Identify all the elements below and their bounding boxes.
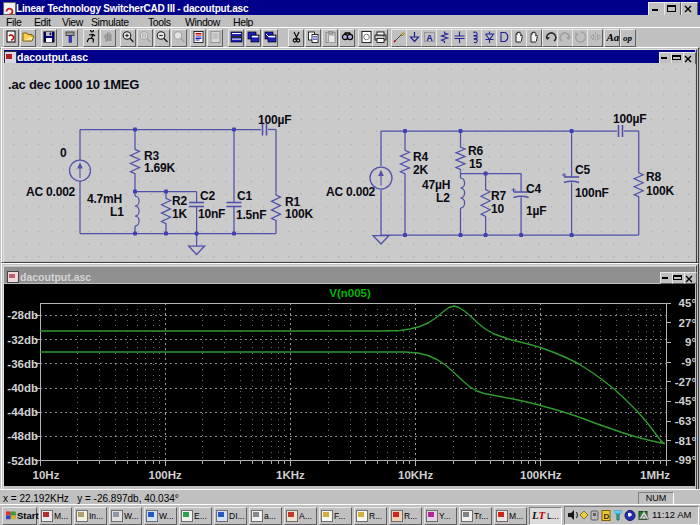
svg-text:A: A [426,33,433,43]
svg-text:D: D [604,512,610,521]
svg-text:Aa: Aa [606,31,620,43]
svg-text:op: op [623,33,633,43]
